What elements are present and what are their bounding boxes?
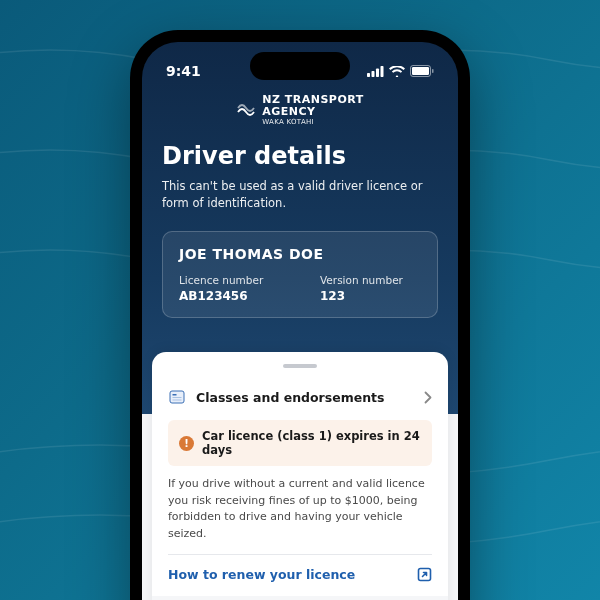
licence-number-field: Licence number AB123456 <box>179 274 280 303</box>
external-link-icon <box>417 567 432 582</box>
sheet-grabber[interactable] <box>283 364 317 368</box>
licence-number-value: AB123456 <box>179 289 280 303</box>
dynamic-island <box>250 52 350 80</box>
status-icons <box>367 65 434 77</box>
version-number-label: Version number <box>320 274 421 286</box>
expiry-warning-text: Car licence (class 1) expires in 24 days <box>202 429 421 457</box>
page-title: Driver details <box>162 142 438 170</box>
svg-rect-2 <box>376 68 379 77</box>
phone-screen: 9:41 NZ TRANSPORTAGENCY WAKA KOTAHI Driv… <box>142 42 458 600</box>
svg-rect-0 <box>367 73 370 77</box>
renew-licence-link[interactable]: How to renew your licence <box>168 565 432 596</box>
battery-icon <box>410 65 434 77</box>
svg-rect-9 <box>173 397 182 398</box>
svg-rect-1 <box>372 71 375 77</box>
version-number-value: 123 <box>320 289 421 303</box>
status-time: 9:41 <box>166 63 201 79</box>
divider <box>168 554 432 555</box>
wifi-icon <box>389 66 405 77</box>
version-number-field: Version number 123 <box>320 274 421 303</box>
phone-frame: 9:41 NZ TRANSPORTAGENCY WAKA KOTAHI Driv… <box>130 30 470 600</box>
agency-mark-icon <box>236 102 256 118</box>
svg-rect-6 <box>432 69 434 73</box>
agency-logo: NZ TRANSPORTAGENCY WAKA KOTAHI <box>142 94 458 126</box>
svg-rect-8 <box>173 394 177 396</box>
agency-name: NZ TRANSPORTAGENCY <box>262 94 364 118</box>
classes-section-header[interactable]: Classes and endorsements <box>168 378 432 416</box>
driver-name: JOE THOMAS DOE <box>179 246 421 262</box>
expiry-warning-banner: ! Car licence (class 1) expires in 24 da… <box>168 420 432 466</box>
agency-subtitle: WAKA KOTAHI <box>262 118 364 126</box>
driver-card: JOE THOMAS DOE Licence number AB123456 V… <box>162 231 438 318</box>
svg-rect-5 <box>412 67 429 75</box>
renew-licence-link-text: How to renew your licence <box>168 567 355 582</box>
classes-icon <box>168 388 186 406</box>
classes-section-title: Classes and endorsements <box>196 390 414 405</box>
svg-rect-3 <box>381 66 384 77</box>
cellular-icon <box>367 66 384 77</box>
licence-number-label: Licence number <box>179 274 280 286</box>
sheet-section-divider <box>152 596 448 600</box>
warning-icon: ! <box>179 436 194 451</box>
bottom-sheet[interactable]: Classes and endorsements ! Car licence (… <box>152 352 448 600</box>
classes-body-text: If you drive without a current and valid… <box>168 476 432 542</box>
svg-rect-10 <box>173 400 182 401</box>
chevron-right-icon <box>424 391 432 404</box>
page-subtitle: This can't be used as a valid driver lic… <box>162 178 438 213</box>
